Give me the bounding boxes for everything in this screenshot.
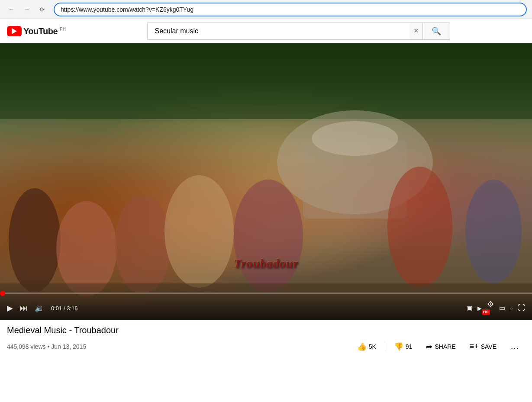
svg-point-9 (387, 167, 452, 288)
autoplay-icon: ▶ (477, 305, 482, 312)
youtube-logo-icon (7, 26, 22, 36)
search-button[interactable]: 🔍 (422, 23, 450, 40)
play-icon: ▶ (7, 303, 13, 313)
url-bar[interactable] (54, 3, 527, 16)
save-button[interactable]: ≡+ SAVE (464, 339, 502, 354)
right-controls: ▣ ▶ ⚙ HD ▭ ▫ (465, 298, 527, 318)
fullscreen-icon: ⛶ (518, 304, 525, 312)
next-button[interactable]: ⏭ (18, 302, 29, 315)
video-actions: 👍 5K 👎 91 ➦ SHARE ≡+ SAVE … (352, 339, 525, 354)
video-thumbnail: Troubadour (0, 43, 532, 320)
settings-wrap: ⚙ HD (485, 298, 496, 318)
svg-rect-0 (0, 43, 532, 119)
video-info-section: Medieval Music - Troubadour 445,098 view… (0, 320, 532, 357)
share-label: SHARE (435, 343, 455, 350)
back-button[interactable]: ← (5, 3, 17, 16)
svg-point-8 (234, 180, 303, 292)
view-count: 445,098 views (7, 343, 46, 350)
volume-icon: 🔉 (35, 303, 44, 313)
hd-badge: HD (482, 309, 490, 315)
video-title: Medieval Music - Troubadour (7, 325, 525, 335)
svg-point-5 (56, 201, 117, 296)
dislike-button[interactable]: 👎 91 (389, 339, 418, 354)
youtube-logo[interactable]: YouTube PH (7, 26, 66, 36)
time-display: 0:01 / 3:16 (51, 305, 77, 312)
search-container: × 🔍 (147, 23, 450, 40)
save-label: SAVE (481, 343, 497, 350)
dislike-icon: 👎 (394, 342, 403, 351)
settings-button[interactable]: ⚙ (485, 298, 496, 311)
video-meta-row: 445,098 views • Jun 13, 2015 👍 5K 👎 91 ➦… (7, 339, 525, 354)
theater-icon: ▫ (510, 305, 513, 312)
like-icon: 👍 (357, 342, 367, 351)
share-button[interactable]: ➦ SHARE (421, 339, 461, 354)
miniplayer-button[interactable]: ▭ (497, 302, 507, 314)
more-icon: … (510, 341, 520, 351)
forward-button[interactable]: → (21, 3, 33, 16)
upload-date: Jun 13, 2015 (51, 343, 86, 350)
share-icon: ➦ (426, 342, 432, 351)
video-progress-fill (0, 293, 3, 294)
svg-point-10 (465, 180, 522, 283)
search-clear-button[interactable]: × (409, 23, 423, 40)
miniplayer-icon: ▭ (499, 304, 505, 312)
gear-icon: ⚙ (487, 299, 494, 309)
youtube-logo-text: YouTube (23, 27, 58, 35)
svg-point-3 (312, 121, 398, 156)
video-stats: 445,098 views • Jun 13, 2015 (7, 343, 86, 350)
like-button[interactable]: 👍 5K (352, 339, 381, 354)
youtube-header: YouTube PH × 🔍 (0, 19, 532, 43)
theater-button[interactable]: ▫ (509, 303, 514, 314)
close-icon: × (414, 26, 419, 35)
controls-row: ▶ ⏭ 🔉 0:01 / 3:16 ▣ ▶ (0, 298, 532, 318)
refresh-button[interactable]: ⟳ (36, 3, 48, 16)
more-button[interactable]: … (505, 339, 525, 354)
search-icon: 🔍 (432, 26, 441, 36)
dislike-count: 91 (406, 343, 413, 350)
like-dislike-divider (385, 341, 385, 352)
troubadour-overlay-text: Troubadour (234, 257, 298, 270)
video-player[interactable]: Troubadour ▶ ⏭ 🔉 0:01 / 3:16 ▣ (0, 43, 532, 320)
svg-point-6 (115, 195, 171, 294)
subtitles-icon: ▣ (467, 305, 472, 312)
svg-point-7 (164, 175, 234, 288)
play-button[interactable]: ▶ (5, 302, 15, 315)
volume-button[interactable]: 🔉 (33, 302, 46, 315)
browser-chrome: ← → ⟳ (0, 0, 532, 19)
video-progress-bar[interactable] (0, 293, 532, 294)
browser-nav-controls: ← → ⟳ (5, 3, 48, 16)
fullscreen-button[interactable]: ⛶ (516, 302, 527, 314)
next-icon: ⏭ (20, 304, 28, 313)
youtube-country-code: PH (60, 27, 66, 32)
video-controls-bar: ▶ ⏭ 🔉 0:01 / 3:16 ▣ ▶ (0, 289, 532, 320)
subtitles-button[interactable]: ▣ (465, 303, 474, 313)
search-input[interactable] (147, 23, 409, 40)
svg-point-4 (9, 188, 61, 292)
like-count: 5K (369, 343, 376, 350)
meta-separator: • (47, 343, 51, 350)
save-icon: ≡+ (470, 342, 479, 351)
